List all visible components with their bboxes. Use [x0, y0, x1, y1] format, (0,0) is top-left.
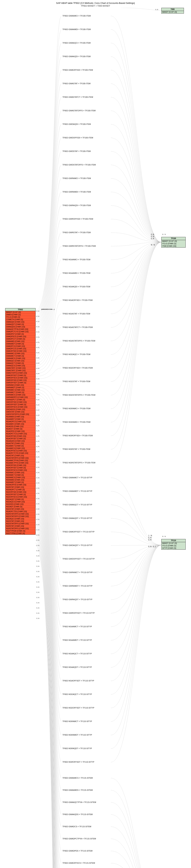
table-row: NGDSTAT [CHAR (10)]: [5, 508, 35, 510]
table-row: NGDAQCS [CHAR (10)]: [5, 501, 35, 503]
node-t000: T000 MANDT [CLNT (3)]: [161, 8, 184, 13]
cardinality-label: 0..N: [36, 373, 39, 374]
table-row: NGDTYPNG [CHAR (4)]: [5, 532, 35, 534]
table-row: DIMEN [CHAR (2)]: [5, 313, 35, 316]
table-row: GWRAMDT [CHAR (3)]: [5, 386, 35, 389]
table-row: GWADPCCS [CHAR (10)]: [5, 347, 35, 350]
table-row: GWRAMCI [CHAR (10)]: [5, 389, 35, 391]
edge-label: TF602-GWRSTATOFFS = TF100-ITEM: [62, 245, 96, 247]
cardinality-label: 0..N: [36, 326, 39, 328]
cardinality-label: 0..N: [36, 487, 39, 489]
table-row: GWRAMCS [CHAR (10)]: [5, 394, 35, 396]
table-row: GWADPDCS [CHAR (10)]: [5, 335, 35, 338]
edge-label: TF602-GWRAQDT = TF110-SITYP: [62, 598, 92, 600]
edge-label: TF602-GWADCS = TF115-SITEM: [62, 826, 91, 828]
edge-label: TF602-GWAOFFSCS = TF115-SITEM: [62, 862, 95, 864]
edge-label: TF602-NGDOFFSDI = TF100-ITEM: [62, 367, 93, 369]
table-row: NGROFFSDI [CHAR (10)]: [5, 464, 35, 467]
edge-label: TF602-GWROFFSDI = TF100-ITEM: [62, 218, 93, 220]
edge-label: TF602-NGAAMCI = TF100-ITEM: [62, 258, 90, 260]
table-row: GWAOFFSDI [CHAR (10)]: [5, 350, 35, 352]
cardinality-label: 0..N: [36, 357, 39, 359]
table-row: NGAADPCS [CHAR (10)]: [5, 421, 35, 423]
title-area: SAP ABAP table TF602 {C/I Methods: Cons …: [0, 0, 191, 8]
edge-label: TF602-NGAAMDT = TF110-SITYP: [62, 639, 92, 641]
cardinality-label: 0..N: [36, 555, 39, 557]
table-row: GWAAQDS [CHAR (10)]: [5, 326, 35, 328]
edge-label: TF602-NGAAQDT = TF110-SITYP: [62, 666, 92, 668]
cardinality-label: 0..N: [36, 472, 39, 473]
cardinality-label: 0..N: [36, 503, 39, 505]
cardinality-label: 0..N: [36, 456, 39, 458]
table-row: NGAOFFSDT [CHAR (3)]: [5, 437, 35, 440]
node-tf100-row-0: MANDT [CLNT (3)]: [161, 240, 186, 243]
table-row: GWADPCS [CHAR (10)]: [5, 345, 35, 347]
table-row: NGAAMCTPYD [CHAR (10)]: [5, 462, 35, 464]
table-row: GWAAQCT [CHAR (3)]: [5, 362, 35, 365]
edge-label: TF602-GWAAQCI = TF100-ITEM: [62, 42, 91, 44]
cardinality-label: 0..N: [36, 570, 39, 572]
node-t000-row-0: MANDT [CLNT (3)]: [161, 11, 184, 13]
edge-label: TF602-NGRSTAT = TF100-ITEM: [62, 448, 90, 450]
table-row: NGRAMCT [CHAR (3)]: [5, 474, 35, 476]
node-tf100-title: TF100: [161, 237, 186, 240]
cardinality-label: 0..N: [36, 440, 39, 442]
edge-label: TF602-GWRSTAT = TF100-ITEM: [62, 231, 91, 234]
table-row: NGADPCTDS [CHAR (10)]: [5, 510, 35, 513]
edge-label: TF602-GWAAMDI = TF100-ITEM: [62, 28, 91, 30]
edge-label: TF602-NGDOFFSDT = TF110-SITYP: [62, 707, 94, 709]
table-row: GWAAQCS [CHAR (10)]: [5, 365, 35, 367]
cardinality-label: 0..N: [36, 368, 39, 369]
cardinality-label: 0..N: [36, 519, 39, 520]
cardinality-label: 0..N: [36, 383, 39, 385]
edge-label: TF602-GWAAMCT = TF110-SITYP: [62, 476, 92, 478]
table-row: NGDAQCI [CHAR (10)]: [5, 518, 35, 520]
edge-label: TF602-NGAAMDI = TF100-ITEM: [62, 272, 90, 274]
node-tf110-row-0: MANDT [CLNT (3)]: [161, 542, 186, 545]
cardinality-label: 0..N: [36, 347, 39, 348]
cardinality-label: 0..N: [36, 451, 39, 453]
cardinality-t000: 0..N: [155, 9, 158, 10]
table-row: NGAAMDI [CHAR (10)]: [5, 415, 35, 418]
table-tf602-title: TF602 {80EE0EDE-5240-...}: [5, 308, 35, 311]
cardinality-label: 0..N: [36, 477, 39, 478]
cardinality-label: 0..N: [36, 352, 39, 353]
edge-label: TF602-GWDSTAT = TF100-ITEM: [62, 150, 91, 152]
edge-label: TF602-NGASTAT = TF100-ITEM: [62, 313, 90, 315]
table-row: GWASTATC [CHAR (10)]: [5, 367, 35, 369]
node-tf110-title: TF110: [161, 539, 186, 542]
table-row: GWRAMCT [CHAR (3)]: [5, 391, 35, 394]
edge-label: TF602-GWAAQDT = TF110-SITYP: [62, 517, 92, 519]
edge-label: TF602-NGASTATOFFS = TF100-ITEM: [62, 340, 95, 342]
edge-label: TF602-NGDAQCT = TF110-SITYP: [62, 693, 92, 695]
table-row: GWAAMCT [CHAR (3)]: [5, 355, 35, 357]
table-row: NGDSTATOFFS [CHAR (10)]: [5, 515, 35, 518]
edge-label: TF602-GWAAMDS = TF115-SITEM: [62, 789, 93, 791]
cardinality-label: 0..N: [36, 612, 39, 614]
cardinality-tf110: 1 : N 0..N 0..N 0..N : 0..1: [148, 535, 156, 548]
cardinality-tf110-nn: N : N: [162, 535, 166, 537]
cardinality-label: 0..N: [36, 482, 39, 484]
edge-label: TF602-GWASTATOFFS = TF100-ITEM: [62, 110, 96, 112]
table-row: GWADPCCT [CHAR (3)]: [5, 338, 35, 340]
table-row: NGDOFFSCS [CHAR (10)]: [5, 496, 35, 498]
cardinality-label: 0..N: [36, 539, 39, 541]
table-row: GWAAQCTPYA [CHAR (10)]: [5, 328, 35, 331]
table-row: GWDADDS [CHAR (10)]: [5, 408, 35, 411]
edge-label: TF602-GWRAMDI = TF100-ITEM: [62, 191, 91, 193]
table-row: NGRSTATOFFS [CHAR (10)]: [5, 527, 35, 530]
table-row: NGROFFSDT [CHAR (3)]: [5, 467, 35, 469]
cardinality-label: 0..N: [36, 409, 39, 411]
table-row: NGRADPCT [CHAR (3)]: [5, 489, 35, 491]
edge-label: TF602-GWDSTATOFFS = TF100-ITEM: [62, 164, 96, 166]
edge-label: TF602-GWAAQCTPYA = TF115-SITEM: [62, 801, 96, 803]
edge-label: TF602-NGASTATCT = TF100-ITEM: [62, 326, 93, 328]
table-row: NGROFFSCS [CHAR (10)]: [5, 469, 35, 471]
page-subtitle: TF602-MANDT = T000-MANDT: [0, 5, 191, 7]
table-tf602-guid: {80EE0EDE-5240-...}: [41, 309, 55, 310]
edge-label: TF602-NGAAQDI = TF100-ITEM: [62, 286, 90, 288]
cardinality-label: 0..N: [36, 341, 39, 343]
cardinality-label: 0..N: [36, 399, 39, 401]
table-row: GWAOFFSDT [CHAR (3)]: [5, 374, 35, 377]
table-row: NGRSTAT [CHAR (10)]: [5, 486, 35, 489]
